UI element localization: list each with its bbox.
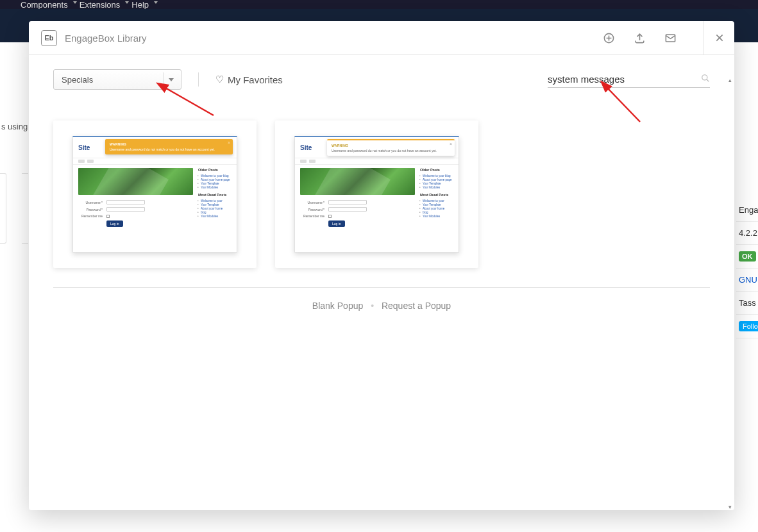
background-card-edge-2 <box>22 173 28 244</box>
follow-badge[interactable]: Follo <box>739 321 758 331</box>
preview-hero-image <box>78 168 193 195</box>
template-card[interactable]: Site WARNING Username and password do no… <box>53 121 257 268</box>
toast-message: Username and password do not match or yo… <box>110 147 228 151</box>
toast-close-icon: × <box>450 142 452 146</box>
search-input[interactable] <box>548 71 710 87</box>
scroll-down-icon[interactable]: ▾ <box>729 504 734 509</box>
filter-divider <box>198 72 199 87</box>
sidebar-product: Enga <box>736 199 758 222</box>
svg-point-7 <box>702 75 707 80</box>
preview-older-list: Welcome to your blog About your home pag… <box>420 174 453 189</box>
preview-mostread-list: Welcome to your Your Template About your… <box>420 199 453 218</box>
blank-popup-link[interactable]: Blank Popup <box>307 301 368 311</box>
template-cards: Site WARNING Username and password do no… <box>53 121 710 287</box>
background-text-fragment: s using <box>0 122 28 131</box>
favorites-label: My Favorites <box>228 74 283 85</box>
background-right-sidebar: Enga 4.2.2 OK GNU Tass Follo <box>736 199 758 338</box>
modal-title: EngageBox Library <box>65 33 602 44</box>
toast-message: Username and password do not match or yo… <box>332 149 450 153</box>
template-preview: Site WARNING Username and password do no… <box>294 136 459 253</box>
preview-toast-yellow: WARNING Username and password do not mat… <box>105 139 233 154</box>
upload-icon[interactable] <box>633 31 646 44</box>
preview-hero-image <box>300 168 415 195</box>
footer-separator: • <box>371 301 374 311</box>
sidebar-license[interactable]: GNU <box>736 269 758 292</box>
add-icon[interactable] <box>602 31 615 44</box>
mail-icon[interactable] <box>664 31 677 44</box>
toast-title: WARNING <box>110 142 228 146</box>
modal-header: Eb EngageBox Library <box>29 21 734 55</box>
filter-row: Specials ♡ My Favorites <box>53 69 710 90</box>
preview-tabs <box>73 158 237 165</box>
background-card-edge <box>0 173 6 244</box>
preview-sitename: Site <box>300 144 312 151</box>
category-dropdown-value: Specials <box>62 75 93 85</box>
preview-sitename: Site <box>78 144 90 151</box>
heart-icon: ♡ <box>215 74 224 85</box>
search-icon[interactable] <box>701 74 710 85</box>
sidebar-follow-row: Follo <box>736 315 758 338</box>
preview-older-list: Welcome to your blog About your home pag… <box>198 174 232 189</box>
sidebar-version: 4.2.2 <box>736 222 758 245</box>
toast-close-icon: × <box>228 140 230 145</box>
sidebar-status-row: OK <box>736 245 758 269</box>
svg-line-8 <box>707 79 709 82</box>
preview-login-form: Username * Password * Remember me Log in <box>78 200 193 227</box>
template-preview: Site WARNING Username and password do no… <box>72 136 237 253</box>
my-favorites-toggle[interactable]: ♡ My Favorites <box>215 74 283 85</box>
preview-login-button: Log in <box>328 220 345 227</box>
ok-badge: OK <box>739 251 756 262</box>
preview-login-form: Username * Password * Remember me Log in <box>300 200 415 227</box>
category-dropdown[interactable]: Specials <box>53 69 181 90</box>
close-icon[interactable] <box>713 31 726 44</box>
chevron-down-icon <box>163 72 178 87</box>
search-wrap <box>548 71 710 88</box>
modal-body: Specials ♡ My Favorites Si <box>29 55 734 510</box>
template-card[interactable]: Site WARNING Username and password do no… <box>275 121 478 268</box>
engagebox-logo: Eb <box>41 30 57 46</box>
preview-mostread-list: Welcome to your Your Template About your… <box>198 199 232 218</box>
close-section <box>703 21 734 55</box>
modal-footer-links: Blank Popup • Request a Popup <box>53 287 710 311</box>
preview-login-button: Log in <box>106 220 123 227</box>
sidebar-author: Tass <box>736 292 758 315</box>
preview-toast-white: WARNING Username and password do not mat… <box>327 139 455 156</box>
request-popup-link[interactable]: Request a Popup <box>376 301 456 311</box>
toast-title: WARNING <box>332 144 450 147</box>
header-actions <box>602 21 734 55</box>
top-menu-bar: Components Extensions Help <box>0 0 758 9</box>
library-modal: Eb EngageBox Library ▴ Specials <box>29 21 734 510</box>
preview-tabs <box>295 158 459 165</box>
